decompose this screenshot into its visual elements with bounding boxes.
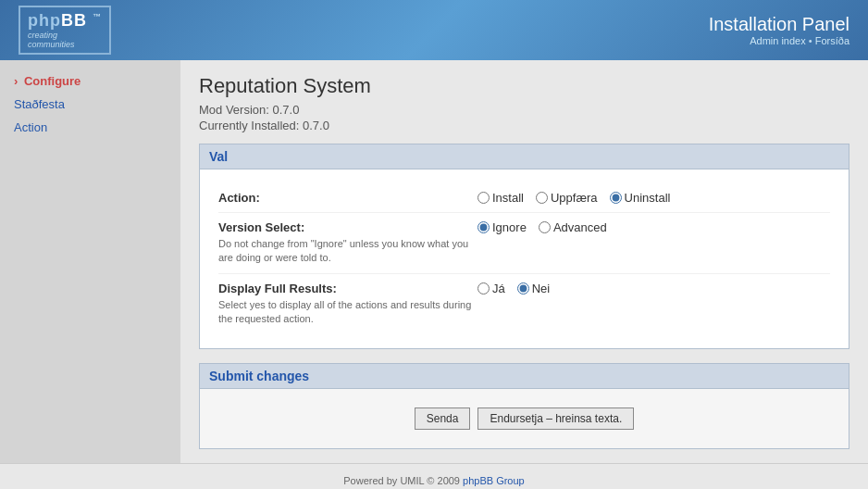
display-ja-label: Já <box>492 282 505 295</box>
version-select-field-row: Version Select: Do not change from "Igno… <box>218 213 830 274</box>
content-area: Reputation System Mod Version: 0.7.0 Cur… <box>180 60 868 463</box>
version-ignore-option[interactable]: Ignore <box>477 220 527 234</box>
version-advanced-label: Advanced <box>553 220 607 234</box>
logo-ph: php <box>28 11 61 30</box>
val-section-body: Action: Install Uppfæra Uninstall <box>199 169 849 349</box>
action-uppfaera-option[interactable]: Uppfæra <box>536 191 598 205</box>
display-nei-label: Nei <box>532 282 551 295</box>
header-links: Admin index • Forsíða <box>709 35 849 46</box>
page-title: Reputation System <box>199 74 849 98</box>
version-select-label-area: Version Select: Do not change from "Igno… <box>218 220 477 266</box>
logo-phpbb: phpBB ™ <box>28 11 102 31</box>
display-full-results-field-row: Display Full Results: Select yes to disp… <box>218 274 830 334</box>
logo-bb: BB <box>61 11 87 30</box>
logo-box: phpBB ™ creating communities <box>19 6 111 55</box>
header-right: Installation Panel Admin index • Forsíða <box>709 14 849 46</box>
action-link[interactable]: Action <box>14 120 47 134</box>
display-full-results-label-area: Display Full Results: Select yes to disp… <box>218 282 477 327</box>
send-button[interactable]: Senda <box>415 408 471 430</box>
submit-heading: Submit changes <box>199 363 849 389</box>
currently-installed: Currently Installed: 0.7.0 <box>199 119 849 132</box>
reset-button[interactable]: Endursetja – hreinsa texta. <box>477 408 634 430</box>
version-select-label: Version Select: <box>218 220 477 234</box>
display-ja-option[interactable]: Já <box>477 282 505 295</box>
sidebar: Configure Staðfesta Action <box>0 60 180 463</box>
version-advanced-option[interactable]: Advanced <box>539 220 607 234</box>
admin-index-link[interactable]: Admin index <box>750 35 806 46</box>
logo-area: phpBB ™ creating communities <box>19 6 111 55</box>
version-advanced-radio[interactable] <box>539 221 551 233</box>
forsiða-link[interactable]: Forsíða <box>815 35 849 46</box>
submit-body: Senda Endursetja – hreinsa texta. <box>199 389 849 449</box>
action-install-radio[interactable] <box>477 192 490 204</box>
footer: Powered by UMIL © 2009 phpBB Group Power… <box>0 463 868 489</box>
footer-umil-prefix: Powered by UMIL © 2009 <box>343 475 463 486</box>
display-nei-option[interactable]: Nei <box>517 282 551 295</box>
action-label-area: Action: <box>218 191 477 205</box>
display-full-results-label: Display Full Results: <box>218 282 477 295</box>
action-uninstall-label: Uninstall <box>625 191 671 205</box>
val-heading: Val <box>199 144 849 169</box>
action-uninstall-radio[interactable] <box>610 192 622 204</box>
display-full-results-desc: Select yes to display all of the actions… <box>218 298 477 327</box>
action-input-area: Install Uppfæra Uninstall <box>477 191 830 205</box>
display-nei-radio[interactable] <box>517 282 529 295</box>
action-uppfaera-radio[interactable] <box>536 192 548 204</box>
footer-phpbb-group-link1[interactable]: phpBB Group <box>463 475 525 486</box>
action-uppfaera-label: Uppfæra <box>551 191 598 205</box>
logo-tagline: creating communities <box>28 31 75 49</box>
version-ignore-label: Ignore <box>492 220 527 234</box>
action-field-row: Action: Install Uppfæra Uninstall <box>218 183 830 213</box>
stadfesta-link[interactable]: Staðfesta <box>14 97 65 111</box>
mod-version: Mod Version: 0.7.0 <box>199 103 849 117</box>
main-layout: Configure Staðfesta Action Reputation Sy… <box>0 60 868 463</box>
version-ignore-radio[interactable] <box>477 221 490 233</box>
sidebar-item-action[interactable]: Action <box>0 116 180 139</box>
action-label: Action: <box>218 191 477 205</box>
sidebar-item-configure[interactable]: Configure <box>0 69 180 93</box>
footer-line1: Powered by UMIL © 2009 phpBB Group <box>0 475 868 486</box>
action-install-label: Install <box>492 191 524 205</box>
action-uninstall-option[interactable]: Uninstall <box>610 191 671 205</box>
header-title: Installation Panel <box>709 14 849 35</box>
sidebar-item-stadfesta[interactable]: Staðfesta <box>0 93 180 116</box>
version-select-desc: Do not change from "Ignore" unless you k… <box>218 237 477 266</box>
version-select-input-area: Ignore Advanced <box>477 220 830 234</box>
display-ja-radio[interactable] <box>477 282 490 295</box>
header: phpBB ™ creating communities Installatio… <box>0 0 868 60</box>
display-full-results-input-area: Já Nei <box>477 282 830 295</box>
action-install-option[interactable]: Install <box>477 191 524 205</box>
